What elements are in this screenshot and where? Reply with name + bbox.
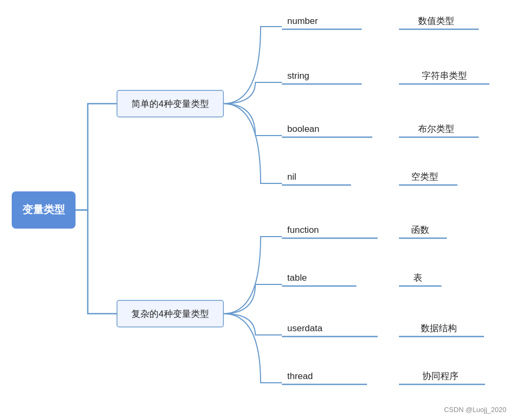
string-label: string xyxy=(287,71,310,81)
number-cn-label: 数值类型 xyxy=(418,16,454,26)
root-to-simple-line xyxy=(76,104,117,210)
table-label: table xyxy=(287,273,307,283)
nil-cn-label: 空类型 xyxy=(411,172,438,182)
userdata-cn-label: 数据结构 xyxy=(421,323,457,333)
simple-to-nil-line xyxy=(223,104,282,183)
complex-branch-label: 复杂的4种变量类型 xyxy=(131,309,209,319)
mind-map-svg: 变量类型 简单的4种变量类型 number 数值类型 string 字符串类型 … xyxy=(0,0,517,420)
boolean-cn-label: 布尔类型 xyxy=(418,124,454,134)
complex-to-table-line xyxy=(223,284,282,314)
string-cn-label: 字符串类型 xyxy=(422,71,467,81)
complex-to-function-line xyxy=(223,237,282,314)
root-label: 变量类型 xyxy=(22,204,65,215)
complex-to-userdata-line xyxy=(223,314,282,335)
function-label: function xyxy=(287,225,319,235)
diagram-container: 变量类型 简单的4种变量类型 number 数值类型 string 字符串类型 … xyxy=(0,0,517,420)
simple-to-boolean-line xyxy=(223,104,282,136)
root-to-complex-line xyxy=(76,210,117,314)
simple-branch-label: 简单的4种变量类型 xyxy=(131,99,209,109)
thread-cn-label: 协同程序 xyxy=(422,371,458,381)
table-cn-label: 表 xyxy=(413,273,422,283)
userdata-label: userdata xyxy=(287,323,323,333)
thread-label: thread xyxy=(287,371,313,381)
number-label: number xyxy=(287,16,318,26)
boolean-label: boolean xyxy=(287,124,320,134)
simple-to-string-line xyxy=(223,82,282,104)
nil-label: nil xyxy=(287,172,296,182)
watermark: CSDN @Luojj_2020 xyxy=(444,406,506,414)
function-cn-label: 函数 xyxy=(411,225,429,235)
